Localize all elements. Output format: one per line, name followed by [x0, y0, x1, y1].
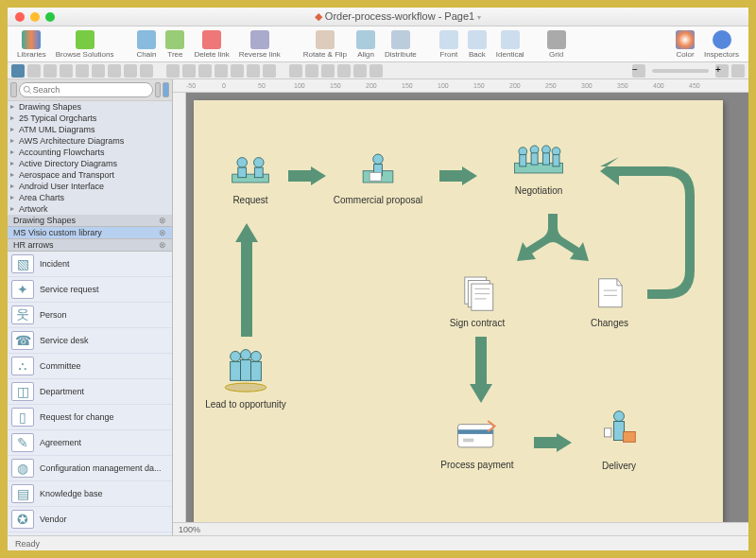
category-item[interactable]: Artwork [8, 203, 172, 215]
filter-button[interactable] [10, 82, 17, 97]
library-item[interactable]: ✎Agreement [8, 430, 172, 456]
sidebar: Drawing Shapes 25 Typical Orgcharts ATM … [8, 79, 173, 535]
node-delivery[interactable]: Delivery [581, 408, 657, 471]
search-button[interactable] [163, 82, 169, 97]
close-icon[interactable]: ⊗ [159, 228, 166, 237]
shape-icon: ▯ [11, 408, 34, 427]
toolbar-browse-solutions[interactable]: Browse Solutions [52, 30, 118, 59]
toolbar-distribute[interactable]: Distribute [381, 30, 421, 59]
library-item[interactable]: ✦Service request [8, 277, 172, 303]
toolbar-libraries[interactable]: Libraries [13, 30, 50, 59]
library-item[interactable]: ◍Configuration management da... [8, 456, 172, 481]
library-tab[interactable]: HR arrows⊗ [8, 239, 172, 252]
zoom-level[interactable]: 100% [179, 525, 200, 534]
tool-layer2[interactable] [305, 64, 318, 78]
canvas[interactable]: Request Commercial proposal Negoti [186, 93, 748, 522]
toolbar-align[interactable]: Align [352, 30, 379, 59]
tool-arrow7[interactable] [263, 64, 276, 78]
tool-spline[interactable] [124, 64, 137, 78]
zoom-in[interactable]: + [715, 64, 729, 78]
tool-layer4[interactable] [337, 64, 351, 78]
page[interactable]: Request Commercial proposal Negoti [194, 100, 723, 522]
category-item[interactable]: Active Directory Diagrams [8, 158, 172, 169]
zoom-fit[interactable] [731, 64, 745, 78]
tool-arc[interactable] [108, 64, 121, 78]
close-icon[interactable]: ⊗ [159, 216, 166, 225]
tool-ellipse[interactable] [76, 64, 89, 78]
tool-layer1[interactable] [289, 64, 302, 78]
toolbar-identical[interactable]: Identical [492, 30, 528, 59]
library-item[interactable]: ▯Request for change [8, 405, 172, 430]
category-item[interactable]: Area Charts [8, 192, 172, 203]
tool-pointer[interactable] [11, 64, 25, 78]
tool-text[interactable] [43, 64, 57, 78]
library-item[interactable]: ☎Service desk [8, 328, 172, 354]
library-tab-active[interactable]: MS Visio custom library⊗ [8, 227, 172, 239]
library-item[interactable]: ▤Knowledge base [8, 481, 172, 507]
svg-rect-2 [238, 167, 247, 178]
toolbar-grid[interactable]: Grid [543, 30, 570, 59]
tool-arrow4[interactable] [215, 64, 228, 78]
toolbar-rotate-flip[interactable]: Rotate & Flip [300, 30, 351, 59]
node-payment[interactable]: Process payment [430, 412, 524, 470]
toolbar-color[interactable]: Color [672, 30, 698, 59]
toolbar-chain[interactable]: Chain [133, 30, 161, 59]
category-item[interactable]: Accounting Flowcharts [8, 147, 172, 158]
zoom-out[interactable]: − [632, 64, 645, 78]
minimize-button[interactable] [30, 12, 40, 22]
toolbar-tree[interactable]: Tree [162, 30, 188, 59]
tool-arrow6[interactable] [247, 64, 260, 78]
library-item[interactable]: ▧Incident [8, 252, 172, 277]
tool-connector[interactable] [140, 64, 153, 78]
titlebar: Order-process-workflow - Page1 ▾ [8, 8, 748, 26]
node-proposal[interactable]: Commercial proposal [326, 148, 430, 205]
tool-layer3[interactable] [321, 64, 335, 78]
toolbar-back[interactable]: Back [464, 30, 490, 59]
search-input[interactable] [19, 82, 153, 97]
view-list-button[interactable] [155, 82, 162, 97]
library-item[interactable]: 웃Person [8, 303, 172, 328]
svg-rect-17 [531, 153, 538, 165]
library-item[interactable]: ⛬Committee [8, 354, 172, 379]
category-item[interactable]: Aerospace and Transport [8, 169, 172, 181]
vertical-ruler [173, 93, 186, 522]
category-item[interactable]: ATM UML Diagrams [8, 124, 172, 135]
node-lead[interactable]: Lead to opportunity [203, 346, 288, 410]
toolbar-inspectors[interactable]: Inspectors [700, 30, 743, 59]
category-item[interactable]: 25 Typical Orgcharts [8, 113, 172, 124]
chain-icon [137, 30, 156, 49]
tool-arrow3[interactable] [198, 64, 212, 78]
sub-toolbar: − + [8, 62, 748, 79]
category-item[interactable]: Drawing Shapes [8, 101, 172, 113]
tool-layer6[interactable] [369, 64, 383, 78]
library-tab[interactable]: Drawing Shapes⊗ [8, 215, 172, 227]
library-item[interactable]: ◫Department [8, 379, 172, 405]
zoom-button[interactable] [45, 12, 55, 22]
svg-point-7 [373, 154, 384, 165]
tool-arrow5[interactable] [231, 64, 244, 78]
tool-layer5[interactable] [353, 64, 367, 78]
category-item[interactable]: Android User Interface [8, 181, 172, 192]
window-title: Order-process-workflow - Page1 [315, 10, 474, 22]
tool-hand[interactable] [27, 64, 41, 78]
tool-rect[interactable] [60, 64, 73, 78]
library-item[interactable]: ✪Vendor [8, 507, 172, 532]
svg-rect-22 [472, 284, 493, 310]
close-icon[interactable]: ⊗ [159, 240, 166, 250]
inspectors-icon [713, 30, 731, 49]
node-changes[interactable]: Changes [572, 270, 647, 328]
close-button[interactable] [15, 12, 25, 22]
tool-arrow2[interactable] [182, 64, 196, 78]
toolbar-reverse-link[interactable]: Reverse link [235, 30, 284, 59]
node-sign[interactable]: Sign contract [430, 270, 524, 328]
node-negotiation[interactable]: Negotiation [487, 138, 591, 196]
toolbar-front[interactable]: Front [436, 30, 462, 59]
svg-rect-16 [520, 155, 526, 166]
zoom-slider[interactable] [652, 69, 709, 73]
node-request[interactable]: Request [213, 148, 288, 205]
delete-link-icon [202, 30, 221, 49]
toolbar-delete-link[interactable]: Delete link [190, 30, 232, 59]
category-item[interactable]: AWS Architecture Diagrams [8, 135, 172, 147]
tool-line[interactable] [92, 64, 105, 78]
tool-arrow1[interactable] [166, 64, 180, 78]
